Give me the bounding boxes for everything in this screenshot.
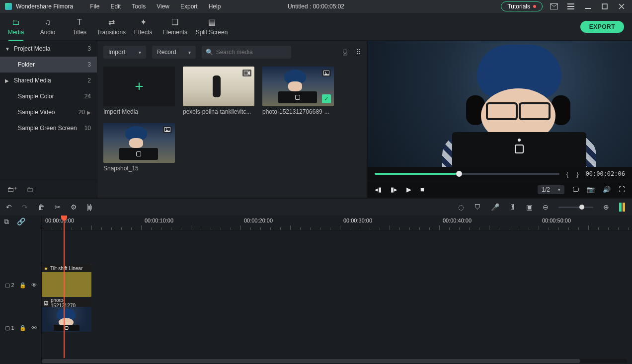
track-header-1[interactable]: ▢1 🔒 👁 (0, 319, 42, 337)
tutorials-button[interactable]: Tutorials (501, 1, 543, 11)
fullscreen-icon[interactable]: ⛶ (619, 186, 625, 193)
timeline-clip-video[interactable]: 🖼photo-152131270 (42, 299, 91, 332)
menu-edit[interactable]: Edit (106, 1, 126, 11)
close-button[interactable] (616, 2, 627, 11)
voiceover-icon[interactable]: 🎤 (491, 203, 499, 211)
lock-icon[interactable]: 🔒 (19, 325, 26, 331)
main-menu: File Edit Tools View Export Help (85, 1, 226, 11)
sidebar-item-sample-video[interactable]: Sample Video 20 ▶ (0, 104, 97, 120)
timeline-ruler[interactable]: 00:00:00:00 00:00:10:00 00:00:20:00 00:0… (42, 216, 632, 230)
menu-file[interactable]: File (85, 1, 104, 11)
stop-button[interactable]: ■ (420, 186, 424, 193)
sidebar-item-sample-green-screen[interactable]: Sample Green Screen 10 (0, 120, 97, 136)
sidebar-item-shared-media[interactable]: ▶ Shared Media 2 (0, 73, 97, 88)
mail-icon[interactable] (549, 2, 559, 11)
document-title: Untitled : 00:00:05:02 (288, 3, 344, 10)
scrubber-knob[interactable] (456, 171, 462, 177)
undo-button[interactable]: ↶ (6, 203, 12, 211)
play-button[interactable]: ▶ (406, 186, 411, 193)
media-item[interactable]: pexels-polina-tankilevitc... (183, 67, 254, 115)
track-header-2[interactable]: ▢2 🔒 👁 (0, 276, 42, 294)
media-thumbnail[interactable] (103, 123, 175, 163)
zoom-in-button[interactable]: ⊕ (603, 203, 609, 211)
record-dropdown[interactable]: Record ▾ (152, 46, 196, 59)
search-media[interactable]: 🔍 (202, 46, 291, 59)
track-id: ▢2 (5, 282, 14, 289)
search-input[interactable] (216, 49, 287, 56)
maximize-button[interactable] (599, 2, 610, 11)
export-button[interactable]: EXPORT (580, 21, 624, 33)
list-icon[interactable] (565, 2, 576, 11)
quality-select[interactable]: 1/2 ▾ (538, 185, 564, 194)
tab-effects[interactable]: ✦ Effects (127, 13, 159, 41)
new-folder-icon[interactable]: 🗀⁺ (7, 185, 17, 193)
marker-icon[interactable]: ⛉ (474, 203, 481, 211)
snapshot-icon[interactable]: 📷 (587, 186, 595, 193)
render-icon[interactable]: ◌ (458, 203, 464, 211)
tab-audio[interactable]: ♫ Audio (32, 13, 64, 41)
zoom-slider[interactable] (558, 207, 593, 208)
preview-progress-row: { } 00:00:02:06 (368, 167, 632, 181)
track-size-icon[interactable] (619, 203, 626, 212)
prev-frame-button[interactable]: ◂▮ (375, 186, 382, 193)
timeline-track-headers: ⧉ 🔗 ▢2 🔒 👁 ▢1 🔒 👁 (0, 216, 42, 364)
video-badge-icon (242, 70, 251, 76)
media-item-import[interactable]: + Import Media (103, 67, 175, 115)
sidebar-count: 20 (79, 109, 85, 116)
mark-out-icon[interactable]: } (575, 170, 579, 178)
preview-scrubber[interactable] (375, 173, 559, 175)
timeline-clip-effect[interactable]: ★Tilt-shift Linear (42, 264, 91, 297)
media-thumbnail[interactable]: ✓ (262, 67, 334, 106)
sidebar-item-sample-color[interactable]: Sample Color 24 (0, 88, 97, 104)
import-media-tile[interactable]: + (103, 67, 175, 106)
display-icon[interactable]: 🖵 (572, 186, 579, 193)
crop-icon[interactable]: ▣ (526, 203, 533, 211)
preview-viewport[interactable] (368, 41, 632, 167)
ruler-tick: 00:00:20:00 (244, 218, 273, 223)
zoom-out-button[interactable]: ⊖ (543, 203, 549, 211)
timeline-playhead[interactable] (64, 216, 65, 358)
delete-button[interactable]: 🗑 (38, 203, 45, 211)
timeline-toolbar: ↶ ↷ 🗑 ✂ ⚙ |ıı|ı ◌ ⛉ 🎤 🎚 ▣ ⊖ ⊕ (0, 198, 632, 216)
link-icon[interactable]: 🔗 (17, 218, 25, 226)
scrollbar-thumb[interactable] (42, 359, 580, 363)
filter-icon[interactable]: ⍌ (343, 48, 347, 56)
svg-rect-1 (567, 3, 574, 4)
chevron-down-icon: ▼ (5, 46, 10, 52)
media-item[interactable]: Snapshot_15 (103, 123, 175, 172)
redo-button[interactable]: ↷ (22, 203, 28, 211)
menu-export[interactable]: Export (175, 1, 203, 11)
tab-splitscreen[interactable]: ▤ Split Screen (191, 13, 233, 41)
audio-mixer-icon[interactable]: 🎚 (509, 203, 516, 211)
match-frame-icon[interactable]: ⧉ (4, 218, 9, 226)
chevron-right-icon: ▶ (87, 110, 91, 115)
minimize-button[interactable] (582, 2, 593, 11)
tab-media[interactable]: 🗀 Media (0, 13, 32, 41)
lock-icon[interactable]: 🔒 (19, 282, 26, 289)
import-dropdown[interactable]: Import ▾ (103, 46, 146, 59)
folder-icon[interactable]: 🗀 (26, 185, 33, 193)
menu-tools[interactable]: Tools (127, 1, 151, 11)
next-frame-button[interactable]: ▮▸ (391, 186, 397, 193)
eye-icon[interactable]: 👁 (31, 325, 37, 331)
menu-help[interactable]: Help (204, 1, 226, 11)
grid-view-icon[interactable]: ⠿ (356, 48, 361, 56)
sidebar-item-project-media[interactable]: ▼ Project Media 3 (0, 41, 97, 57)
split-button[interactable]: ✂ (55, 203, 61, 211)
tab-media-label: Media (8, 29, 24, 36)
media-item[interactable]: ✓ photo-1521312706689-... (262, 67, 334, 115)
tab-elements[interactable]: ❏ Elements (159, 13, 191, 41)
eye-icon[interactable]: 👁 (31, 282, 37, 288)
sidebar-label: Sample Video (18, 109, 55, 116)
timeline-scrollbar[interactable] (42, 359, 627, 363)
mark-in-icon[interactable]: { (565, 170, 569, 178)
waveform-icon[interactable]: |ıı|ı (87, 203, 91, 211)
media-thumbnail[interactable] (183, 67, 254, 106)
volume-icon[interactable]: 🔊 (603, 186, 611, 193)
tab-transitions[interactable]: ⇄ Transitions (95, 13, 127, 41)
tab-titles[interactable]: T Titles (64, 13, 95, 41)
adjust-icon[interactable]: ⚙ (71, 203, 77, 211)
chevron-down-icon: ▾ (139, 50, 141, 55)
sidebar-item-folder[interactable]: Folder 3 (0, 57, 97, 73)
menu-view[interactable]: View (152, 1, 174, 11)
